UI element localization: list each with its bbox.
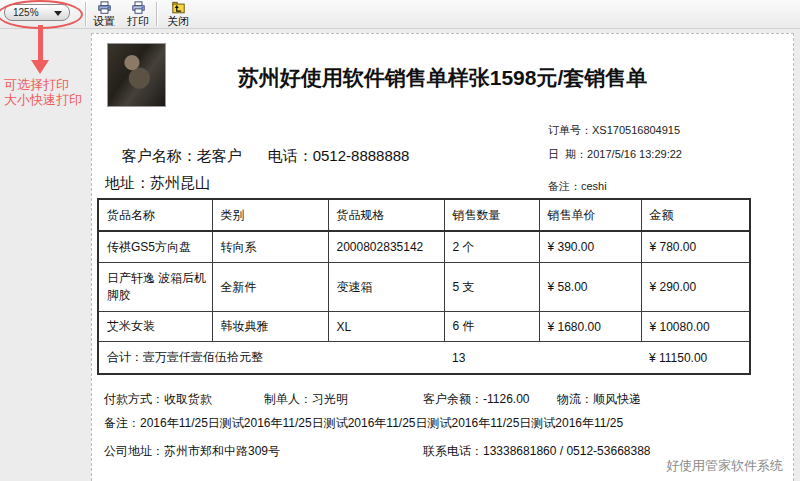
- cell-qty: 5 支: [444, 263, 539, 312]
- toolbar: 125% 设置 打印: [0, 0, 800, 29]
- toolbar-separator: [156, 2, 158, 26]
- col-header-category: 类别: [212, 199, 328, 231]
- cell-amount: ¥ 10080.00: [641, 312, 750, 342]
- settings-label: 设置: [93, 15, 115, 27]
- receipt-title: 苏州好使用软件销售单样张1598元/套销售单: [92, 64, 793, 92]
- cell-name: 传祺GS5方向盘: [98, 231, 212, 263]
- cell-price: ¥ 390.00: [539, 231, 641, 263]
- annotation-arrow-line: [38, 25, 43, 61]
- zoom-level-dropdown[interactable]: 125%: [4, 4, 70, 21]
- settings-button[interactable]: 设置: [86, 1, 122, 28]
- cell-qty: 2 个: [444, 231, 539, 263]
- col-header-amount: 金额: [641, 199, 750, 231]
- annotation-arrow-head: [31, 60, 49, 74]
- order-number: 订单号：XS170516804915: [548, 123, 680, 138]
- payment-method: 付款方式：收取货款: [104, 391, 212, 408]
- chevron-down-icon: [54, 11, 62, 16]
- cell-spec: 变速箱: [328, 263, 444, 312]
- cell-qty: 6 件: [444, 312, 539, 342]
- print-label: 打印: [127, 15, 149, 27]
- logistics: 物流：顺风快递: [557, 391, 641, 408]
- total-label: 合计：壹万壹仟壹佰伍拾元整: [98, 342, 444, 375]
- table-header-row: 货品名称 类别 货品规格 销售数量 销售单价 金额: [98, 199, 750, 231]
- table-row: 艾米女装 韩妆典雅 XL 6 件 ¥ 1680.00 ¥ 10080.00: [98, 312, 750, 342]
- order-maker: 制单人：习光明: [264, 391, 348, 408]
- col-header-price: 销售单价: [539, 199, 641, 231]
- company-address: 公司地址：苏州市郑和中路309号: [104, 443, 280, 460]
- total-qty: 13: [444, 342, 539, 375]
- printer-icon: [131, 1, 146, 15]
- cell-category: 转向系: [212, 231, 328, 263]
- total-spacer: [539, 342, 641, 375]
- cell-amount: ¥ 290.00: [641, 263, 750, 312]
- print-preview-page: 苏州好使用软件销售单样张1598元/套销售单 客户名称：老客户电话：0512-8…: [91, 33, 794, 481]
- contact-phone: 联系电话：13338681860 / 0512-53668388: [423, 443, 651, 460]
- total-amount: ¥ 11150.00: [641, 342, 750, 375]
- cell-price: ¥ 1680.00: [539, 312, 641, 342]
- items-table: 货品名称 类别 货品规格 销售数量 销售单价 金额 传祺GS5方向盘 转向系 2…: [97, 198, 751, 375]
- zoom-level-value: 125%: [13, 7, 39, 18]
- close-folder-icon: [171, 1, 186, 15]
- col-header-name: 货品名称: [98, 199, 212, 231]
- customer-name: 客户名称：老客户: [122, 147, 242, 164]
- cell-amount: ¥ 780.00: [641, 231, 750, 263]
- cell-category: 全新件: [212, 263, 328, 312]
- order-date: 日 期：2017/5/16 13:29:22: [548, 147, 682, 162]
- customer-phone: 电话：0512-8888888: [268, 147, 410, 164]
- cell-name: 日产轩逸 波箱后机脚胶: [98, 263, 212, 312]
- col-header-qty: 销售数量: [444, 199, 539, 231]
- close-button[interactable]: 关闭: [160, 1, 196, 28]
- footer-remark: 备注：2016年11/25日测试2016年11/25日测试2016年11/25日…: [104, 415, 623, 432]
- printer-settings-icon: [97, 1, 112, 15]
- close-label: 关闭: [167, 15, 189, 27]
- col-header-spec: 货品规格: [328, 199, 444, 231]
- total-row: 合计：壹万壹仟壹佰伍拾元整 13 ¥ 11150.00: [98, 342, 750, 375]
- table-row: 传祺GS5方向盘 转向系 2000802835142 2 个 ¥ 390.00 …: [98, 231, 750, 263]
- customer-balance: 客户余额：-1126.00: [423, 391, 529, 408]
- print-button[interactable]: 打印: [120, 1, 156, 28]
- cell-price: ¥ 58.00: [539, 263, 641, 312]
- cell-spec: XL: [328, 312, 444, 342]
- cell-spec: 2000802835142: [328, 231, 444, 263]
- annotation-text-line2: 大小快速打印: [4, 91, 82, 109]
- cell-category: 韩妆典雅: [212, 312, 328, 342]
- software-watermark: 好使用管家软件系统: [666, 457, 783, 475]
- order-remark: 备注：ceshi: [548, 179, 607, 194]
- cell-name: 艾米女装: [98, 312, 212, 342]
- customer-address: 地址：苏州昆山: [105, 174, 210, 193]
- table-row: 日产轩逸 波箱后机脚胶 全新件 变速箱 5 支 ¥ 58.00 ¥ 290.00: [98, 263, 750, 312]
